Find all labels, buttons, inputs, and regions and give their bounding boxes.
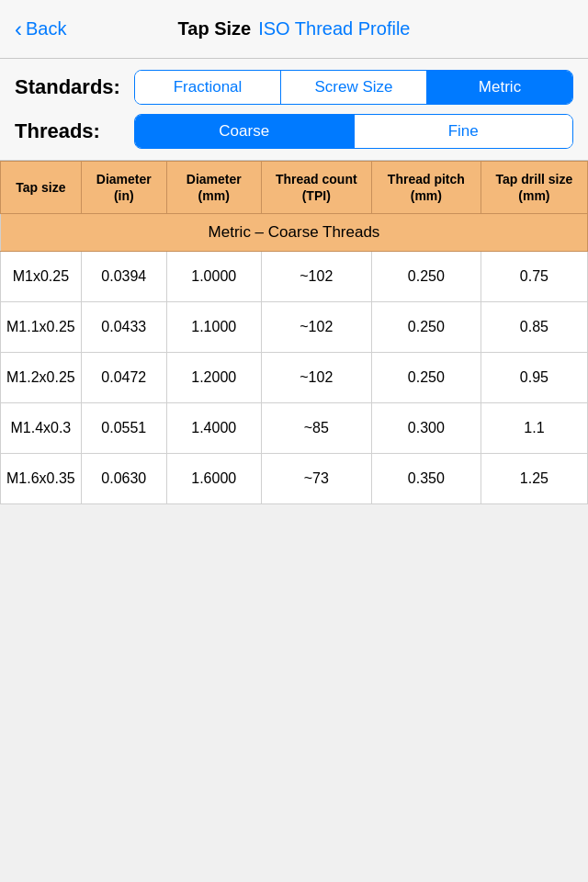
table-row: M1.6x0.350.06301.6000~730.3501.25 [1, 454, 588, 504]
cell-row2-col3: ~102 [261, 353, 371, 403]
col-pitch: Thread pitch (mm) [371, 162, 481, 214]
controls-section: Standards: Fractional Screw Size Metric … [0, 59, 588, 161]
cell-row1-col5: 0.85 [481, 302, 587, 353]
cell-row2-col2: 1.2000 [166, 353, 261, 403]
cell-row4-col4: 0.350 [371, 454, 481, 504]
cell-row2-col4: 0.250 [371, 353, 481, 403]
col-dia-in: Diameter (in) [81, 162, 166, 214]
cell-row1-col4: 0.250 [371, 302, 481, 353]
table-row: M1.4x0.30.05511.4000~850.3001.1 [1, 403, 588, 454]
col-dia-mm: Diameter (mm) [166, 162, 261, 214]
cell-row0-col1: 0.0394 [81, 252, 166, 302]
nav-bar: ‹ Back Tap Size ISO Thread Profile [0, 0, 588, 59]
standards-label: Standards: [15, 75, 134, 99]
data-table-container: Tap size Diameter (in) Diameter (mm) Thr… [0, 161, 588, 504]
threads-segmented-control: Coarse Fine [134, 114, 573, 149]
table-body: Metric – Coarse ThreadsM1x0.250.03941.00… [1, 214, 588, 504]
standards-segmented-control: Fractional Screw Size Metric [134, 70, 573, 105]
standard-screwsize-btn[interactable]: Screw Size [281, 71, 427, 104]
cell-row0-col4: 0.250 [371, 252, 481, 302]
back-label: Back [26, 18, 66, 40]
cell-row4-col0: M1.6x0.35 [1, 454, 82, 504]
table-row: M1.2x0.250.04721.2000~1020.2500.95 [1, 353, 588, 403]
back-button[interactable]: ‹ Back [15, 17, 66, 42]
tap-size-table: Tap size Diameter (in) Diameter (mm) Thr… [0, 161, 588, 504]
cell-row3-col5: 1.1 [481, 403, 587, 454]
cell-row2-col1: 0.0472 [81, 353, 166, 403]
cell-row1-col3: ~102 [261, 302, 371, 353]
threads-fine-btn[interactable]: Fine [355, 115, 573, 148]
cell-row4-col3: ~73 [261, 454, 371, 504]
cell-row0-col0: M1x0.25 [1, 252, 82, 302]
table-row: M1x0.250.03941.0000~1020.2500.75 [1, 252, 588, 302]
cell-row2-col5: 0.95 [481, 353, 587, 403]
cell-row3-col4: 0.300 [371, 403, 481, 454]
cell-row2-col0: M1.2x0.25 [1, 353, 82, 403]
cell-row4-col1: 0.0630 [81, 454, 166, 504]
threads-row: Threads: Coarse Fine [15, 114, 573, 149]
col-tap-size: Tap size [1, 162, 82, 214]
standards-row: Standards: Fractional Screw Size Metric [15, 70, 573, 105]
cell-row1-col1: 0.0433 [81, 302, 166, 353]
nav-title-sub: ISO Thread Profile [258, 18, 410, 40]
cell-row3-col0: M1.4x0.3 [1, 403, 82, 454]
threads-label: Threads: [15, 119, 134, 143]
standard-metric-btn[interactable]: Metric [427, 71, 572, 104]
table-row: M1.1x0.250.04331.1000~1020.2500.85 [1, 302, 588, 353]
cell-row1-col0: M1.1x0.25 [1, 302, 82, 353]
cell-row0-col3: ~102 [261, 252, 371, 302]
cell-row0-col2: 1.0000 [166, 252, 261, 302]
cell-row3-col2: 1.4000 [166, 403, 261, 454]
cell-row3-col3: ~85 [261, 403, 371, 454]
cell-row4-col5: 1.25 [481, 454, 587, 504]
section-header-row: Metric – Coarse Threads [1, 214, 588, 252]
cell-row1-col2: 1.1000 [166, 302, 261, 353]
col-drill: Tap drill size (mm) [481, 162, 587, 214]
cell-row0-col5: 0.75 [481, 252, 587, 302]
table-header-row: Tap size Diameter (in) Diameter (mm) Thr… [1, 162, 588, 214]
nav-title: Tap Size ISO Thread Profile [178, 18, 411, 40]
nav-title-main: Tap Size [178, 18, 252, 40]
threads-coarse-btn[interactable]: Coarse [135, 115, 355, 148]
cell-row3-col1: 0.0551 [81, 403, 166, 454]
standard-fractional-btn[interactable]: Fractional [135, 71, 281, 104]
back-chevron-icon: ‹ [15, 17, 22, 42]
col-tpi: Thread count (TPI) [261, 162, 371, 214]
cell-row4-col2: 1.6000 [166, 454, 261, 504]
